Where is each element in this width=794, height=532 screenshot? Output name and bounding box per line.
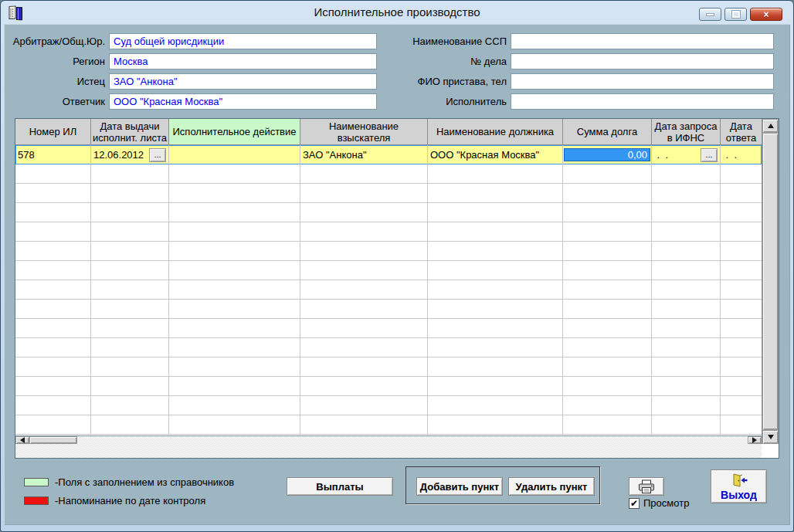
window-title: Исполнительное производство [1,5,793,19]
close-button[interactable]: × [750,8,782,21]
preview-checkbox[interactable]: ✔ [629,498,640,509]
vertical-scrollbar[interactable] [762,119,779,444]
app-window: Исполнительное производство × Арбитраж/О… [0,0,794,532]
col-header-answer-date[interactable]: Дата ответа [721,119,762,145]
empty-cell [428,261,563,280]
titlebar[interactable]: Исполнительное производство × [1,1,793,24]
cell-debtor[interactable]: ООО "Красная Москва" [428,145,563,164]
maximize-button[interactable] [724,8,747,21]
col-header-number[interactable]: Номер ИЛ [15,119,91,145]
col-header-issue-date[interactable]: Дата выдачи исполнит. листа [91,119,169,145]
empty-cell [169,184,300,203]
empty-cell [652,242,721,261]
empty-cell [721,261,762,280]
col-header-action[interactable]: Исполнительное действие [169,119,300,145]
empty-cell [15,396,91,415]
exit-button[interactable]: Выход [711,469,767,503]
ifns-date-picker-button[interactable]: ... [701,148,718,162]
empty-cell [300,280,428,300]
empty-cell [721,164,762,184]
cell-debt-amount[interactable]: 0,00 [563,145,652,164]
empty-cell [300,300,428,319]
empty-cell [91,203,169,222]
empty-cell [91,319,169,338]
empty-cell [91,222,169,242]
col-header-ifns-request[interactable]: Дата запроса в ИФНС [652,119,721,145]
label-plaintiff: Истец [4,76,105,88]
empty-table-row [15,261,762,280]
scrollbar-corner [15,444,762,458]
empty-cell [563,184,652,203]
empty-cell [169,222,300,242]
empty-cell [652,338,721,357]
cell-action[interactable] [169,145,300,164]
empty-cell [300,184,428,203]
vertical-scroll-thumb[interactable] [762,133,779,430]
cell-claimant[interactable]: ЗАО "Анкона" [300,145,428,164]
horizontal-scroll-track[interactable] [77,436,748,444]
col-header-claimant[interactable]: Наименование взыскателя [300,119,428,145]
empty-cell [169,280,300,300]
horizontal-scroll-thumb[interactable] [29,436,77,444]
horizontal-scrollbar[interactable] [15,435,762,444]
empty-cell [563,338,652,357]
empty-cell [169,164,300,184]
empty-cell [91,184,169,203]
empty-cell [428,203,563,222]
close-icon: × [763,9,769,20]
preview-checkbox-label: Просмотр [643,497,689,509]
preview-checkbox-row[interactable]: ✔ Просмотр [629,497,689,509]
issue-date-value: 12.06.2012 [93,149,144,161]
delete-item-button[interactable]: Удалить пункт [508,477,595,496]
label-region: Регион [4,56,105,68]
case-number-input[interactable] [511,53,774,69]
region-input[interactable] [109,53,377,69]
scroll-up-button[interactable] [762,119,779,133]
col-header-debt-amount[interactable]: Сумма долга [563,119,652,145]
empty-table-row [15,184,762,203]
cell-issue-date[interactable]: 12.06.2012 ... [91,145,169,164]
empty-cell [721,222,762,242]
legend-red-swatch [24,496,49,505]
scroll-right-button[interactable] [748,436,762,444]
payments-button[interactable]: Выплаты [287,477,393,496]
empty-cell [300,164,428,184]
empty-cell [15,300,91,319]
executor-input[interactable] [511,93,774,110]
empty-cell [721,184,762,203]
bailiff-input[interactable] [511,73,774,90]
empty-table-row [15,203,762,222]
defendant-input[interactable] [109,93,377,110]
cell-answer-date[interactable]: . . [721,145,762,164]
ssp-name-input[interactable] [511,33,774,49]
empty-cell [300,319,428,338]
empty-cell [428,377,563,396]
empty-cell [169,203,300,222]
minimize-button[interactable] [699,8,721,21]
empty-cell [563,415,652,435]
empty-cell [15,242,91,261]
label-bailiff: ФИО пристава, тел [382,76,507,88]
empty-cell [563,300,652,319]
scroll-left-button[interactable] [15,436,29,444]
empty-cell [15,319,91,338]
table-row[interactable]: 578 12.06.2012 ... ЗАО "Анкона" ООО "Кра… [15,145,762,164]
court-type-input[interactable] [109,33,377,49]
debt-amount-editor[interactable]: 0,00 [564,148,650,161]
empty-cell [169,319,300,338]
col-header-debtor[interactable]: Наименование должника [428,119,563,145]
scroll-right-icon [752,437,757,443]
empty-cell [169,396,300,415]
empty-cell [91,377,169,396]
empty-cell [428,319,563,338]
maximize-icon [732,11,740,18]
plaintiff-input[interactable] [109,73,377,90]
cell-ifns-request-date[interactable]: . . ... [652,145,721,164]
print-button[interactable] [629,477,664,496]
empty-cell [563,280,652,300]
issue-date-picker-button[interactable]: ... [149,148,166,162]
add-item-button[interactable]: Добавить пункт [416,477,503,496]
empty-cell [652,300,721,319]
cell-number[interactable]: 578 [15,145,91,164]
scroll-down-button[interactable] [762,430,779,444]
